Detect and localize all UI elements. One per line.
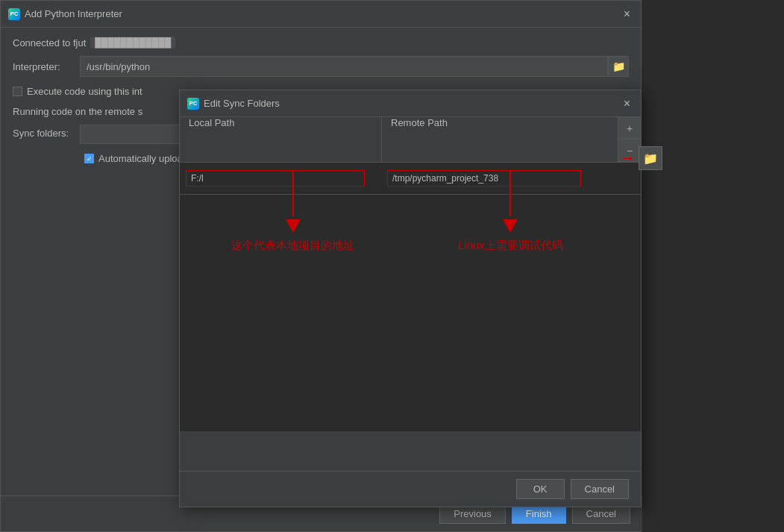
execute-code-checkbox[interactable] <box>13 87 22 96</box>
edit-sync-folders-dialog: PC Edit Sync Folders × Local Path Remote… <box>179 90 642 507</box>
local-path-input[interactable] <box>186 170 365 187</box>
fg-dialog-footer: OK Cancel <box>180 471 641 507</box>
fg-dialog-title-left: PC Edit Sync Folders <box>187 98 280 110</box>
bg-dialog-title: Add Python Interpreter <box>25 8 122 19</box>
interpreter-label: Interpreter: <box>13 61 80 72</box>
red-arrow-right: → <box>619 148 636 168</box>
fg-dialog-close-button[interactable]: × <box>621 96 633 112</box>
fg-pycharm-icon: PC <box>187 98 199 110</box>
browse-highlight-arrow: → 📁 <box>619 146 662 170</box>
col-remote-path-header: Remote Path <box>382 117 618 162</box>
browse-btn-highlighted[interactable]: 📁 <box>639 146 662 170</box>
cancel-fg-button[interactable]: Cancel <box>571 479 629 499</box>
cell-local-path <box>180 167 381 190</box>
cell-remote-path <box>381 167 641 190</box>
connected-label: Connected to fjut <box>13 37 86 48</box>
table-row <box>180 163 641 195</box>
remote-path-input[interactable] <box>387 170 581 187</box>
bg-dialog-close-button[interactable]: × <box>621 6 633 22</box>
execute-code-checkbox-wrapper: Execute code using this int <box>13 86 142 97</box>
bg-dialog-title-left: PC Add Python Interpreter <box>8 8 122 20</box>
ok-button[interactable]: OK <box>516 479 565 499</box>
auto-upload-checkbox[interactable]: ✓ <box>84 154 94 163</box>
fg-dialog-titlebar: PC Edit Sync Folders × <box>180 90 641 117</box>
execute-code-label: Execute code using this int <box>27 86 142 97</box>
bg-dialog-titlebar: PC Add Python Interpreter × <box>1 1 641 28</box>
table-header: Local Path Remote Path + − <box>180 117 641 163</box>
fg-dialog-title: Edit Sync Folders <box>204 98 280 109</box>
pycharm-icon: PC <box>8 8 20 20</box>
sync-label: Sync folders: <box>13 125 80 139</box>
col-local-path-header: Local Path <box>180 117 381 162</box>
interpreter-input[interactable] <box>80 56 608 77</box>
interpreter-row: Interpreter: 📁 <box>13 56 629 77</box>
connected-value: ████████████ <box>90 37 175 48</box>
interpreter-browse-button[interactable]: 📁 <box>608 56 629 77</box>
add-row-button[interactable]: + <box>618 117 641 140</box>
table-content <box>180 163 641 431</box>
running-code-label: Running code on the remote s <box>13 106 142 117</box>
connected-row: Connected to fjut ████████████ <box>13 37 629 48</box>
folder-icon: 📁 <box>643 151 658 166</box>
